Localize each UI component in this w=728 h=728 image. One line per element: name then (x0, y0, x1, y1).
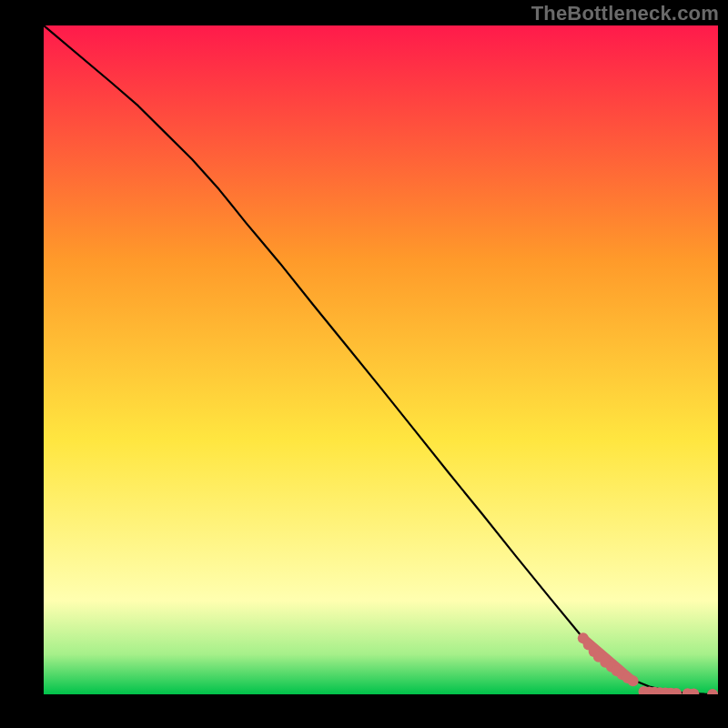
chart-frame: TheBottleneck.com (0, 0, 728, 728)
watermark-text: TheBottleneck.com (531, 2, 719, 25)
plot-area (44, 25, 718, 694)
data-point (628, 675, 639, 686)
main-curve (44, 25, 718, 694)
data-point (707, 689, 718, 694)
chart-lines (44, 25, 718, 694)
